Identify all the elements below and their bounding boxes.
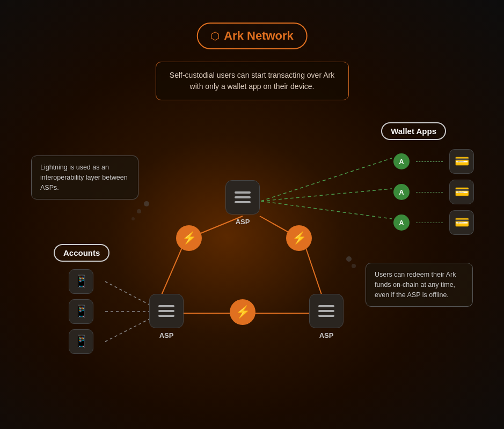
wallet-badge-1: A (393, 153, 410, 169)
phone-icon-2: 📱 (74, 305, 89, 319)
asp-icon-bottom-right (316, 303, 337, 319)
decorative-dot-3 (132, 217, 135, 220)
bolt-icon-bottom: ⚡ (236, 305, 250, 319)
wallet-badge-3: A (393, 214, 410, 231)
phone-box-1: 📱 (69, 269, 93, 294)
wallet-row-2: A 💳 (393, 180, 474, 204)
asp-label-bottom-right: ASP (319, 331, 334, 339)
bolt-icon-top-right: ⚡ (292, 231, 306, 245)
asp-label-bottom-left: ASP (159, 331, 174, 339)
asp-line (158, 310, 174, 312)
asp-line (318, 310, 334, 312)
svg-line-11 (105, 319, 149, 342)
asp-box-top (225, 180, 260, 214)
asp-line (318, 315, 334, 317)
svg-line-8 (261, 201, 392, 219)
asp-node-top: ASP (225, 180, 260, 226)
phone-box-2: 📱 (69, 299, 93, 324)
asp-box-bottom-right (309, 294, 344, 328)
asp-line (318, 305, 334, 307)
wallet-apps-text: Wallet Apps (391, 127, 436, 136)
svg-line-3 (305, 247, 322, 296)
svg-line-7 (261, 189, 392, 201)
ark-network-title: ⬡ Ark Network (196, 23, 308, 49)
lightning-info-box: Lightning is used as an interoperability… (31, 156, 138, 199)
wallet-app-box-1: 💳 (449, 149, 474, 174)
decorative-dot-2 (137, 209, 141, 213)
decorative-dot-5 (352, 264, 356, 268)
wallet-badge-2: A (393, 184, 410, 200)
lightning-info-text: Lightning is used as an interoperability… (40, 164, 128, 191)
subtitle-text: Self-custodial users can start transacti… (170, 71, 334, 91)
redeem-info-box: Users can redeem their Ark funds on-chai… (366, 263, 473, 307)
decorative-dot-4 (346, 256, 352, 262)
accounts-label: Accounts (54, 244, 109, 262)
asp-box-bottom-left (149, 294, 184, 328)
wallet-app-box-3: 💳 (449, 210, 474, 235)
ark-title-text: Ark Network (224, 29, 294, 43)
asp-icon-top (232, 189, 253, 205)
phone-icon-3: 📱 (74, 335, 89, 349)
decorative-dot-1 (144, 201, 149, 206)
svg-line-2 (161, 247, 182, 296)
phone-icon-1: 📱 (74, 275, 89, 289)
bolt-node-bottom: ⚡ (230, 299, 255, 325)
svg-line-9 (105, 282, 149, 305)
redeem-info-text: Users can redeem their Ark funds on-chai… (375, 271, 456, 299)
wallet-row-1: A 💳 (393, 149, 474, 174)
wallet-app-box-2: 💳 (449, 180, 474, 204)
asp-line (158, 305, 174, 307)
asp-line (158, 315, 174, 317)
subtitle-box: Self-custodial users can start transacti… (156, 62, 349, 100)
svg-line-6 (261, 158, 392, 201)
phone-box-3: 📱 (69, 329, 93, 354)
asp-icon-bottom-left (156, 303, 177, 319)
asp-line (235, 191, 251, 194)
accounts-text: Accounts (63, 248, 100, 257)
asp-label-top: ASP (236, 218, 250, 226)
asp-node-bottom-right: ASP (309, 294, 344, 339)
asp-node-bottom-left: ASP (149, 294, 184, 339)
asp-line (235, 196, 251, 198)
network-icon: ⬡ (210, 29, 220, 42)
bolt-icon-top-left: ⚡ (182, 231, 196, 245)
asp-line (235, 201, 251, 203)
bolt-node-top-left: ⚡ (176, 225, 202, 251)
wallet-row-3: A 💳 (393, 210, 474, 235)
wallet-apps-label: Wallet Apps (381, 122, 446, 140)
bolt-node-top-right: ⚡ (286, 225, 312, 251)
